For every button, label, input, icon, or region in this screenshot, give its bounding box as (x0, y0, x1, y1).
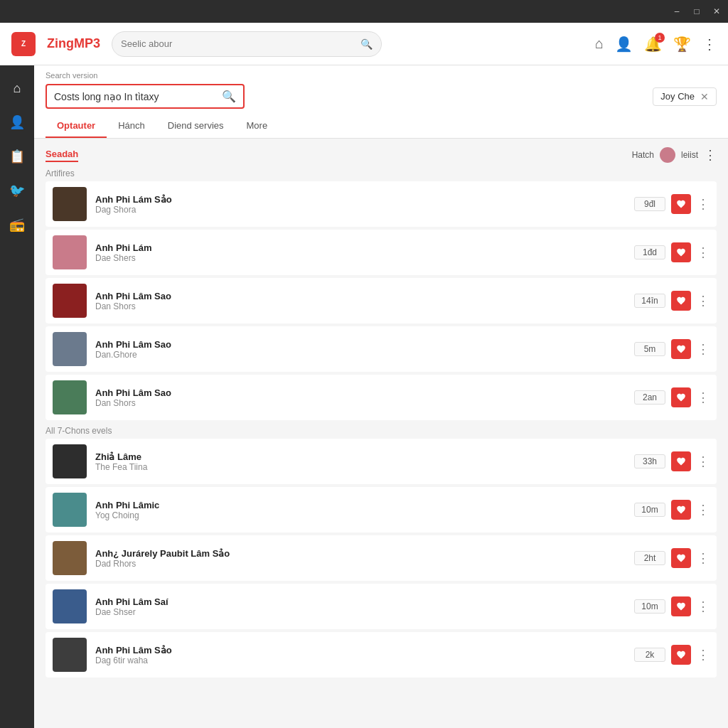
user-icon[interactable]: 👤 (615, 36, 633, 53)
track-more-button[interactable]: ⋮ (697, 550, 710, 566)
track-row[interactable]: Anh¿ Jurárely Paubit Lâm Sảo Dad Rhors 2… (46, 535, 717, 581)
logo-suffix: MP3 (74, 36, 100, 50)
global-search-input[interactable] (121, 38, 360, 49)
track-thumbnail (53, 493, 87, 527)
track-duration: 9đl (634, 197, 665, 211)
track-thumbnail (53, 187, 87, 221)
close-button[interactable]: ✕ (711, 6, 722, 17)
track-duration: 5m (634, 342, 665, 356)
tab-optauter[interactable]: Optauter (46, 114, 107, 138)
maximize-button[interactable]: □ (691, 6, 702, 17)
track-more-button[interactable]: ⋮ (697, 196, 710, 212)
track-favorite-button[interactable] (671, 645, 691, 665)
app-header: Z ZingMP3 🔍 ⌂ 👤 🔔 1 🏆 ⋮ (0, 23, 728, 65)
sidebar-item-library[interactable]: 📋 (3, 142, 31, 171)
track-row[interactable]: Zhiả Lâme The Fea Tiina 33h ⋮ (46, 439, 717, 484)
track-more-button[interactable]: ⋮ (697, 293, 710, 309)
section-action-label: Hatch (632, 150, 654, 160)
track-more-button[interactable]: ⋮ (697, 245, 710, 260)
track-row[interactable]: Anh Phi Lâm Sao Dan Shors 14în ⋮ (46, 278, 717, 323)
section-more-icon[interactable]: ⋮ (704, 147, 717, 163)
track-favorite-button[interactable] (671, 548, 691, 568)
track-row[interactable]: Anh Phi Lám Sảo Dag Shora 9đl ⋮ (46, 181, 717, 227)
more-menu-icon[interactable]: ⋮ (702, 36, 717, 53)
track-info: Anh Phi Lâm Sao Dan.Ghore (95, 339, 626, 360)
main-content: Search version 🔍 Joy Che ✕ Optauter Hánc… (34, 65, 728, 728)
track-favorite-button[interactable] (671, 387, 691, 407)
track-artist: Dan Shors (95, 398, 626, 408)
track-meta: 2ht ⋮ (634, 548, 710, 568)
search-input[interactable] (54, 91, 222, 102)
track-favorite-button[interactable] (671, 194, 691, 214)
track-title: Anh Phi Lâmic (95, 500, 626, 510)
track-more-button[interactable]: ⋮ (697, 647, 710, 663)
track-meta: 5m ⋮ (634, 339, 710, 359)
track-favorite-button[interactable] (671, 339, 691, 359)
track-title: Anh¿ Jurárely Paubit Lâm Sảo (95, 548, 626, 559)
search-input-row: 🔍 Joy Che ✕ (46, 84, 717, 109)
track-list-artists: Anh Phi Lám Sảo Dag Shora 9đl ⋮ Anh Phi … (46, 181, 717, 420)
track-duration: 2k (634, 648, 665, 662)
track-meta: 2an ⋮ (634, 387, 710, 407)
global-search-bar[interactable]: 🔍 (112, 31, 382, 57)
track-more-button[interactable]: ⋮ (697, 599, 710, 614)
track-duration: 2an (634, 390, 665, 405)
track-favorite-button[interactable] (671, 291, 691, 311)
logo-box: Z (11, 32, 36, 56)
joy-che-badge: Joy Che ✕ (653, 87, 717, 106)
track-duration: 10m (634, 503, 665, 517)
search-submit-icon[interactable]: 🔍 (222, 90, 236, 103)
track-more-button[interactable]: ⋮ (697, 454, 710, 469)
tab-more[interactable]: More (235, 114, 279, 138)
track-title: Anh Phi Lâm Sao (95, 387, 626, 398)
track-row[interactable]: Anh Phi Lâmic Yog Choing 10m ⋮ (46, 487, 717, 532)
track-duration: 1đd (634, 245, 665, 259)
minimize-button[interactable]: – (671, 6, 682, 17)
track-thumbnail (53, 444, 87, 478)
track-favorite-button[interactable] (671, 242, 691, 262)
bell-icon[interactable]: 🔔 1 (644, 36, 662, 53)
search-input-box[interactable]: 🔍 (46, 84, 245, 109)
sidebar-item-user[interactable]: 👤 (3, 108, 31, 136)
track-meta: 2k ⋮ (634, 645, 710, 665)
track-row[interactable]: Anh Phi Lâm Saí Dae Shser 10m ⋮ (46, 584, 717, 629)
track-more-button[interactable]: ⋮ (697, 502, 710, 518)
track-artist: Dae Shser (95, 607, 626, 617)
sidebar: ⌂ 👤 📋 🐦 📻 (0, 65, 34, 728)
track-row[interactable]: Anh Phi Lâm Sảo Dag 6tir waha 2k ⋮ (46, 632, 717, 678)
track-duration: 14în (634, 294, 665, 308)
track-title: Zhiả Lâme (95, 451, 626, 462)
title-bar: – □ ✕ (0, 0, 728, 23)
track-more-button[interactable]: ⋮ (697, 341, 710, 357)
home-icon[interactable]: ⌂ (595, 36, 604, 52)
track-favorite-button[interactable] (671, 500, 691, 520)
logo-prefix: Zing (47, 36, 74, 50)
tab-diend-servies[interactable]: Diend servies (156, 114, 235, 138)
trophy-icon[interactable]: 🏆 (673, 36, 691, 53)
track-title: Anh Phi Lâm Sảo (95, 645, 626, 655)
search-version-bar: Search version 🔍 Joy Che ✕ Optauter Hánc… (34, 65, 728, 139)
track-favorite-button[interactable] (671, 596, 691, 616)
track-more-button[interactable]: ⋮ (697, 390, 710, 405)
track-favorite-button[interactable] (671, 451, 691, 471)
track-info: Anh Phi Lâm Sao Dan Shors (95, 291, 626, 311)
sidebar-item-social[interactable]: 🐦 (3, 176, 31, 205)
bell-badge: 1 (655, 33, 665, 43)
track-thumbnail (53, 638, 87, 672)
subsection-artists-label: Artifires (46, 168, 717, 178)
joy-che-close-icon[interactable]: ✕ (700, 91, 709, 102)
sidebar-item-radio[interactable]: 📻 (3, 210, 31, 239)
track-thumbnail (53, 284, 87, 318)
track-artist: Dan.Ghore (95, 350, 626, 360)
sidebar-item-home[interactable]: ⌂ (3, 74, 31, 102)
track-row[interactable]: Anh Phi Lâm Sao Dan.Ghore 5m ⋮ (46, 326, 717, 372)
section-actions: Hatch leiist ⋮ (632, 147, 717, 163)
tab-hanch[interactable]: Hánch (107, 114, 156, 138)
track-thumbnail (53, 380, 87, 414)
track-row[interactable]: Anh Phi Lâm Sao Dan Shors 2an ⋮ (46, 375, 717, 420)
track-row[interactable]: Anh Phi Lám Dae Shers 1đd ⋮ (46, 230, 717, 275)
track-thumbnail (53, 541, 87, 575)
track-meta: 9đl ⋮ (634, 194, 710, 214)
content-area[interactable]: Seadah Hatch leiist ⋮ Artifires Anh Phi … (34, 139, 728, 728)
app-logo-text: ZingMP3 (47, 36, 100, 51)
